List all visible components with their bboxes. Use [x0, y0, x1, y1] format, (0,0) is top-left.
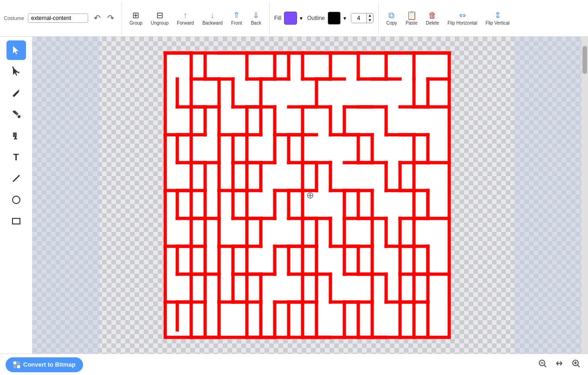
- circle-icon: [11, 195, 21, 205]
- bitmap-icon: [13, 361, 20, 368]
- svg-marker-1: [13, 67, 19, 76]
- group-icon: ⊞: [132, 11, 139, 20]
- left-strip: [32, 37, 100, 354]
- fill-color-swatch[interactable]: [284, 12, 297, 25]
- node-tool-button[interactable]: [6, 62, 26, 81]
- scrollbar-thumb[interactable]: [582, 46, 587, 74]
- divider-1: [122, 2, 122, 34]
- select-icon: [11, 45, 21, 55]
- pencil-icon: [11, 88, 21, 98]
- right-strip: [514, 37, 582, 354]
- svg-rect-11: [165, 53, 449, 337]
- zoom-reset-icon: [555, 359, 564, 368]
- rect-icon: [11, 216, 21, 226]
- copy-button[interactable]: ⧉ Copy: [383, 10, 400, 26]
- fill-dropdown-button[interactable]: ▼: [298, 16, 304, 21]
- canvas-content: [100, 37, 514, 354]
- costume-name-input[interactable]: [28, 13, 88, 23]
- outline-width-input[interactable]: [351, 13, 366, 23]
- divider-2: [269, 2, 270, 34]
- rect-tool-button[interactable]: [6, 211, 26, 231]
- backward-label: Backward: [202, 20, 223, 26]
- flip-v-icon: ⇕: [494, 11, 501, 20]
- zoom-in-icon: [571, 359, 581, 368]
- outline-width-input-wrap: ▲ ▼: [351, 13, 374, 23]
- divider-3: [378, 2, 379, 34]
- flip-vertical-button[interactable]: ⇕ Flip Vertical: [483, 10, 512, 26]
- group-label: Group: [129, 20, 142, 26]
- delete-label: Delete: [426, 20, 439, 26]
- back-button[interactable]: ⇓ Back: [248, 10, 265, 26]
- circle-tool-button[interactable]: [6, 190, 26, 210]
- backward-button[interactable]: ↓ Backward: [200, 10, 226, 26]
- svg-line-8: [13, 175, 19, 182]
- outline-width-up[interactable]: ▲: [367, 13, 373, 18]
- copy-label: Copy: [386, 20, 397, 26]
- select-tool-button[interactable]: [6, 40, 26, 60]
- back-label: Back: [251, 20, 261, 26]
- svg-marker-0: [13, 46, 19, 54]
- pencil-tool-button[interactable]: [6, 83, 26, 103]
- zoom-controls: [536, 357, 582, 372]
- outline-width-stepper: ▲ ▼: [366, 13, 373, 23]
- fill-tool-button[interactable]: [6, 105, 26, 124]
- svg-rect-236: [17, 365, 20, 368]
- vertical-scrollbar[interactable]: [582, 37, 588, 354]
- zoom-in-button[interactable]: [569, 357, 582, 372]
- redo-button[interactable]: ↷: [104, 11, 117, 25]
- svg-rect-233: [13, 362, 16, 364]
- svg-point-3: [18, 72, 19, 73]
- convert-to-bitmap-button[interactable]: Convert to Bitmap: [6, 357, 83, 372]
- svg-line-248: [577, 365, 580, 367]
- outline-width-down[interactable]: ▼: [367, 18, 373, 23]
- fill-label: Fill: [274, 15, 281, 21]
- svg-point-4: [18, 115, 20, 118]
- forward-label: Forward: [177, 20, 194, 26]
- svg-rect-234: [17, 362, 20, 364]
- svg-rect-6: [15, 136, 16, 138]
- paste-icon: 📋: [407, 11, 417, 20]
- top-toolbar: Costume ↶ ↷ ⊞ Group ⊟ Ungroup ↑ Forward …: [0, 0, 588, 37]
- zoom-out-icon: [538, 359, 547, 368]
- front-label: Front: [231, 20, 242, 26]
- back-icon: ⇓: [252, 11, 259, 20]
- convert-label: Convert to Bitmap: [23, 361, 76, 368]
- line-tool-button[interactable]: [6, 169, 26, 188]
- svg-rect-10: [13, 218, 20, 224]
- front-button[interactable]: ⇑ Front: [228, 10, 245, 26]
- ungroup-button[interactable]: ⊟ Ungroup: [148, 10, 171, 26]
- forward-icon: ↑: [183, 11, 187, 20]
- outline-dropdown-button[interactable]: ▼: [342, 16, 348, 21]
- tool-panel: T: [0, 37, 32, 354]
- flip-h-label: Flip Horizontal: [447, 20, 477, 26]
- text-icon: T: [13, 152, 19, 163]
- main-area: T: [0, 37, 588, 354]
- zoom-out-button[interactable]: [536, 357, 549, 372]
- ungroup-icon: ⊟: [156, 11, 163, 20]
- delete-button[interactable]: 🗑 Delete: [423, 10, 442, 26]
- undo-button[interactable]: ↶: [91, 11, 103, 25]
- undo-redo-group: ↶ ↷: [91, 11, 117, 25]
- paint-tool-button[interactable]: [6, 126, 26, 145]
- front-icon: ⇑: [233, 11, 240, 20]
- text-tool-button[interactable]: T: [6, 147, 26, 167]
- backward-icon: ↓: [210, 11, 214, 20]
- svg-point-2: [12, 66, 14, 68]
- group-button[interactable]: ⊞ Group: [127, 10, 145, 26]
- svg-line-239: [544, 365, 546, 367]
- svg-point-9: [13, 196, 20, 204]
- paste-button[interactable]: 📋 Paste: [403, 10, 420, 26]
- flip-horizontal-button[interactable]: ⇔ Flip Horizontal: [445, 10, 480, 26]
- fill-section: Fill ▼ Outline ▼ ▲ ▼: [274, 12, 374, 25]
- ungroup-label: Ungroup: [151, 20, 168, 26]
- node-icon: [11, 66, 21, 77]
- outline-color-swatch[interactable]: [328, 12, 341, 25]
- flip-h-icon: ⇔: [459, 11, 466, 20]
- forward-button[interactable]: ↑ Forward: [174, 10, 197, 26]
- zoom-reset-button[interactable]: [553, 357, 566, 372]
- paint-icon: [11, 131, 21, 141]
- svg-rect-235: [13, 365, 16, 368]
- canvas-area[interactable]: ⊕: [32, 37, 588, 354]
- fill-bucket-icon: [11, 109, 21, 119]
- flip-v-label: Flip Vertical: [485, 20, 510, 26]
